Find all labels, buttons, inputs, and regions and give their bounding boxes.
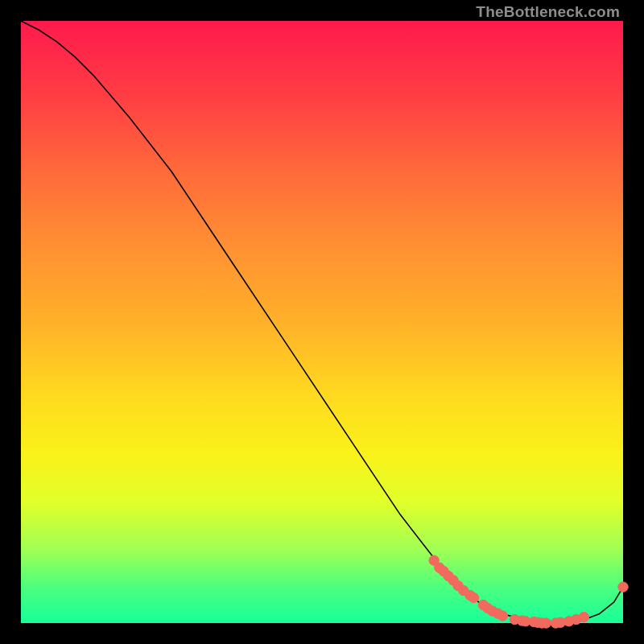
data-point bbox=[497, 611, 507, 621]
data-point bbox=[541, 618, 551, 628]
watermark-text: TheBottleneck.com bbox=[476, 3, 620, 21]
data-point bbox=[469, 592, 478, 602]
chart-curve bbox=[21, 21, 623, 623]
data-point bbox=[618, 582, 628, 592]
chart-points bbox=[429, 555, 628, 628]
chart-svg bbox=[21, 21, 623, 623]
data-point bbox=[579, 612, 588, 621]
